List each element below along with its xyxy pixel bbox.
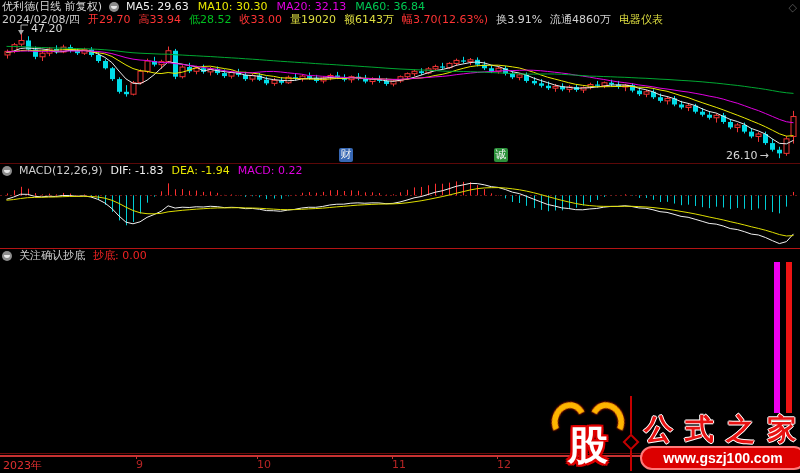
dea-value: DEA: -1.94 (171, 165, 229, 177)
eye-icon[interactable] (2, 166, 12, 176)
ma60-value: MA60: 36.84 (355, 1, 425, 13)
amount: 额6143万 (344, 14, 394, 26)
ma20-value: MA20: 32.13 (277, 1, 347, 13)
axis-tick (136, 455, 137, 459)
corner-diamond-icon[interactable]: ◇ (789, 1, 797, 14)
logo-diamond-icon (623, 434, 640, 451)
ma10-value: MA10: 30.30 (198, 1, 268, 13)
axis-label: 12 (497, 458, 511, 471)
float-shares: 流通4860万 (550, 14, 611, 26)
macd-indicator-row: MACD(12,26,9)DIF: -1.83DEA: -1.94MACD: 0… (2, 165, 303, 177)
annotation-arrow-icon (16, 21, 29, 36)
axis-tick (392, 455, 393, 459)
open: 开29.70 (88, 14, 131, 26)
industry: 电器仪表 (619, 14, 663, 26)
high: 高33.94 (139, 14, 182, 26)
logo-site-name: 公式之家 (644, 410, 800, 450)
bull-character: 股 (554, 418, 622, 473)
signal-bar (786, 262, 792, 413)
dif-value: DIF: -1.83 (111, 165, 164, 177)
axis-tick (257, 455, 258, 459)
low-price-label: 26.10 (726, 149, 758, 162)
stock-title: 优利德(日线 前复权) (2, 1, 102, 13)
low-price-annotation: 26.10 → (726, 149, 769, 162)
bull-icon: 股 (554, 406, 622, 470)
gszj-logo: 股 公式之家 www.gszj100.com (548, 394, 800, 473)
low: 低28.52 (189, 14, 232, 26)
change: 幅3.70(12.63%) (402, 14, 488, 26)
eye-icon[interactable] (2, 251, 12, 261)
turnover: 换3.91% (496, 14, 542, 26)
axis-label: 9 (136, 458, 143, 471)
axis-label: 10 (257, 458, 271, 471)
ma-values: MA5: 29.63MA10: 30.30MA20: 32.13MA60: 36… (126, 1, 425, 13)
high-price-annotation: 47.20 (16, 21, 63, 36)
macd-values: MACD(12,26,9)DIF: -1.83DEA: -1.94MACD: 0… (19, 165, 303, 177)
signal-value: 抄底: 0.00 (93, 250, 147, 262)
volume: 量19020 (290, 14, 336, 26)
logo-url-badge[interactable]: www.gszj100.com (640, 446, 800, 470)
close: 收33.00 (240, 14, 283, 26)
main-indicator-row: 优利德(日线 前复权) MA5: 29.63MA10: 30.30MA20: 3… (2, 1, 425, 13)
eye-icon[interactable] (109, 2, 119, 12)
quote-values: 2024/02/08/四开29.70高33.94低28.52收33.00量190… (2, 14, 663, 26)
axis-label: 2023年 (3, 458, 42, 473)
stock-chart-app: 优利德(日线 前复权) MA5: 29.63MA10: 30.30MA20: 3… (0, 0, 800, 473)
watermark-cheng-icon: 诚 (494, 148, 508, 162)
watermark-cai-icon: 财 (339, 148, 353, 162)
axis-tick (497, 455, 498, 459)
quote-info-row: 2024/02/08/四开29.70高33.94低28.52收33.00量190… (2, 14, 663, 26)
axis-label: 11 (392, 458, 406, 471)
signal-indicator-row: 关注确认抄底抄底: 0.00 (2, 250, 147, 262)
annotation-arrow-icon: → (760, 149, 769, 162)
macd-value: MACD: 0.22 (238, 165, 303, 177)
ma5-value: MA5: 29.63 (126, 1, 189, 13)
signal-title: 关注确认抄底 (19, 250, 85, 262)
high-price-label: 47.20 (31, 22, 63, 35)
signal-values: 关注确认抄底抄底: 0.00 (19, 250, 147, 262)
macd-title: MACD(12,26,9) (19, 165, 103, 177)
signal-bar (774, 262, 780, 413)
